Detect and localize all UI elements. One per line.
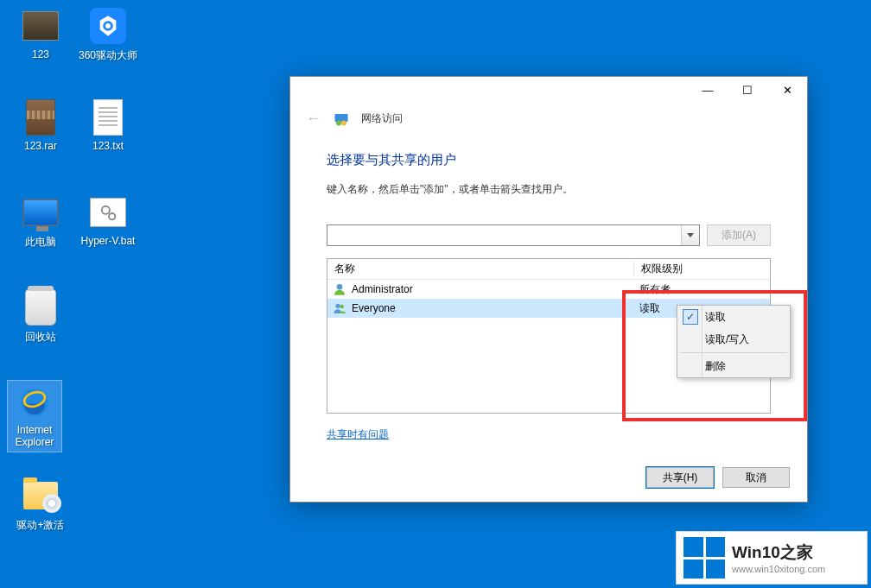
- archive-icon: [26, 99, 55, 136]
- watermark-url: www.win10xitong.com: [732, 564, 825, 574]
- watermark-title: Win10之家: [732, 541, 825, 564]
- network-share-icon: [334, 111, 349, 127]
- titlebar: ― ☐ ✕: [290, 77, 807, 106]
- check-icon: ✓: [683, 309, 698, 325]
- maximize-button[interactable]: ☐: [728, 77, 767, 103]
- text-file-icon: [93, 99, 123, 136]
- desktop-icon-folder-123[interactable]: 123: [10, 7, 71, 60]
- svg-point-7: [337, 284, 343, 290]
- user-name: Administrator: [352, 283, 413, 295]
- table-row[interactable]: Administrator 所有者: [327, 280, 770, 299]
- desktop-icon-recycle[interactable]: 回收站: [10, 288, 71, 345]
- icon-label: Hyper-V.bat: [81, 235, 136, 247]
- folder-disc-icon: [23, 482, 58, 509]
- desktop-icon-folder-driver[interactable]: 驱动+激活: [10, 477, 71, 533]
- share-button[interactable]: 共享(H): [646, 467, 714, 488]
- minimize-button[interactable]: ―: [688, 77, 728, 103]
- chevron-down-icon: [687, 233, 694, 237]
- table-header: 名称 权限级别: [327, 259, 770, 280]
- close-button[interactable]: ✕: [767, 77, 807, 103]
- column-name[interactable]: 名称: [327, 262, 634, 276]
- icon-label: 回收站: [25, 330, 56, 345]
- dialog-content: 选择要与其共享的用户 键入名称，然后单击"添加"，或者单击箭头查找用户。 添加(…: [290, 136, 807, 455]
- gears-icon: [98, 204, 120, 223]
- add-button[interactable]: 添加(A): [707, 224, 771, 246]
- user-combobox[interactable]: [327, 224, 700, 246]
- svg-point-1: [109, 213, 115, 219]
- icon-label: 驱动+激活: [16, 518, 64, 533]
- watermark: Win10之家 www.win10xitong.com: [676, 531, 868, 585]
- svg-point-6: [341, 120, 346, 125]
- help-link[interactable]: 共享时有问题: [327, 428, 389, 440]
- column-perm[interactable]: 权限级别: [634, 262, 770, 276]
- icon-label: 360驱动大师: [79, 48, 137, 63]
- desktop-icon-bat[interactable]: Hyper-V.bat: [69, 193, 147, 247]
- desktop-icon-rar[interactable]: 123.rar: [10, 98, 71, 152]
- dialog-title: 网络访问: [361, 111, 403, 126]
- svg-point-8: [335, 304, 340, 308]
- user-icon: [333, 282, 346, 296]
- permission-context-menu: ✓ 读取 读取/写入 删除: [677, 305, 791, 378]
- desktop-icon-txt[interactable]: 123.txt: [78, 98, 138, 152]
- computer-icon: [22, 199, 59, 226]
- users-icon: [333, 301, 346, 315]
- icon-label: Internet Explorer: [8, 425, 61, 449]
- windows-logo-icon: [683, 537, 725, 579]
- svg-point-5: [336, 120, 341, 125]
- cancel-button[interactable]: 取消: [722, 467, 790, 488]
- menu-remove[interactable]: 删除: [677, 355, 790, 377]
- svg-rect-4: [335, 114, 348, 122]
- desktop-icon-ie[interactable]: Internet Explorer: [7, 380, 62, 452]
- svg-point-0: [102, 206, 110, 214]
- icon-label: 123.txt: [92, 140, 124, 152]
- ie-icon: [16, 384, 53, 420]
- svg-point-9: [340, 305, 344, 309]
- menu-separator: [680, 352, 787, 353]
- menu-readwrite[interactable]: 读取/写入: [677, 328, 790, 351]
- gear-icon: [96, 14, 120, 38]
- user-perm: 所有者: [639, 282, 671, 297]
- user-name: Everyone: [352, 302, 396, 314]
- content-heading: 选择要与其共享的用户: [327, 152, 771, 168]
- icon-label: 123: [32, 48, 49, 60]
- share-dialog: ― ☐ ✕ ← 网络访问 选择要与其共享的用户 键入名称，然后单击"添加"，或者…: [289, 76, 808, 503]
- back-arrow-icon[interactable]: ←: [306, 110, 321, 128]
- content-description: 键入名称，然后单击"添加"，或者单击箭头查找用户。: [327, 182, 771, 197]
- desktop-icon-360driver[interactable]: 360驱动大师: [78, 7, 138, 63]
- user-perm: 读取: [639, 301, 660, 316]
- icon-label: 123.rar: [24, 140, 57, 152]
- recycle-bin-icon: [25, 289, 56, 326]
- dialog-header: ← 网络访问: [290, 106, 807, 136]
- icon-label: 此电脑: [25, 235, 56, 250]
- menu-read[interactable]: ✓ 读取: [677, 306, 790, 328]
- dialog-buttons: 共享(H) 取消: [290, 455, 807, 502]
- desktop-icon-thispc[interactable]: 此电脑: [10, 193, 71, 250]
